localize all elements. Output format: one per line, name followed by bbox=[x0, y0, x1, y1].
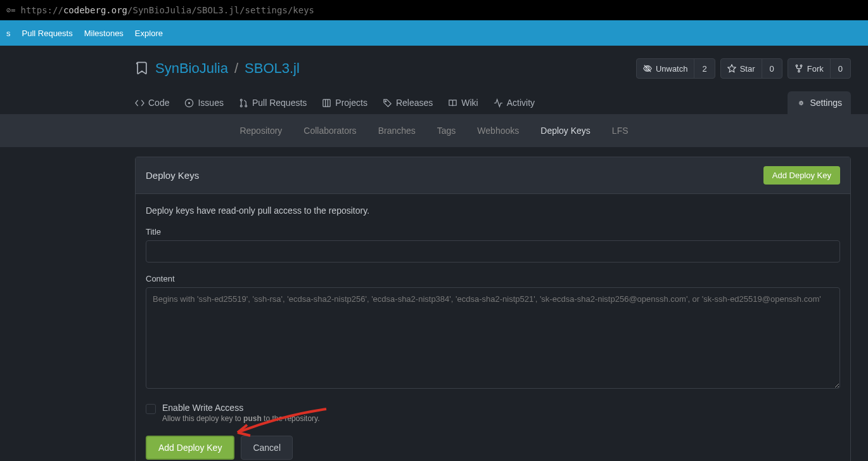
panel-description: Deploy keys have read-only pull access t… bbox=[146, 205, 840, 216]
url-bar: ⊘= https://codeberg.org/SynBioJulia/SBOL… bbox=[0, 0, 868, 20]
nav-pull-requests[interactable]: Pull Requests bbox=[22, 29, 73, 38]
tab-releases[interactable]: Releases bbox=[383, 91, 433, 114]
star-count[interactable]: 0 bbox=[762, 59, 782, 78]
repo-separator: / bbox=[234, 60, 238, 77]
tab-wiki[interactable]: Wiki bbox=[448, 91, 478, 114]
fork-count[interactable]: 0 bbox=[830, 59, 850, 78]
repo-name-link[interactable]: SBOL3.jl bbox=[245, 60, 300, 77]
svg-point-6 bbox=[189, 102, 190, 103]
top-nav: s Pull Requests Milestones Explore bbox=[0, 20, 868, 46]
eye-icon bbox=[643, 64, 652, 73]
book-icon bbox=[448, 98, 457, 108]
sub-tab-repository[interactable]: Repository bbox=[239, 126, 282, 136]
add-deploy-key-button[interactable]: Add Deploy Key bbox=[146, 436, 234, 460]
tab-issues[interactable]: Issues bbox=[184, 91, 223, 114]
panel-header: Deploy Keys Add Deploy Key bbox=[136, 157, 850, 194]
write-access-checkbox[interactable] bbox=[146, 404, 156, 414]
write-access-row: Enable Write Access Allow this deploy ke… bbox=[146, 403, 840, 423]
nav-explore[interactable]: Explore bbox=[135, 29, 163, 38]
watch-count[interactable]: 2 bbox=[694, 59, 714, 78]
repo-actions: Unwatch 2 Star 0 Fork 0 bbox=[636, 58, 851, 79]
add-deploy-key-header-button[interactable]: Add Deploy Key bbox=[763, 166, 840, 185]
code-icon bbox=[135, 98, 144, 108]
repo-header: SynBioJulia / SBOL3.jl Unwatch 2 Star 0 bbox=[0, 46, 868, 114]
deploy-keys-panel: Deploy Keys Add Deploy Key Deploy keys h… bbox=[135, 157, 851, 461]
svg-rect-10 bbox=[323, 99, 330, 106]
svg-point-7 bbox=[240, 99, 242, 101]
title-input[interactable] bbox=[146, 240, 840, 263]
project-icon bbox=[322, 98, 331, 108]
fork-button[interactable]: Fork 0 bbox=[788, 58, 851, 79]
repo-owner-link[interactable]: SynBioJulia bbox=[155, 60, 228, 77]
svg-point-2 bbox=[796, 65, 798, 67]
settings-sub-tabs: Repository Collaborators Branches Tags W… bbox=[0, 114, 868, 147]
tab-pulls[interactable]: Pull Requests bbox=[239, 91, 307, 114]
settings-icon bbox=[796, 98, 806, 108]
svg-point-13 bbox=[385, 100, 386, 101]
repo-tabs: Code Issues Pull Requests Projects Relea… bbox=[135, 91, 851, 114]
tab-projects[interactable]: Projects bbox=[322, 91, 367, 114]
sub-tab-deploy-keys[interactable]: Deploy Keys bbox=[540, 126, 590, 136]
cancel-button[interactable]: Cancel bbox=[241, 436, 293, 460]
tag-icon bbox=[383, 98, 392, 108]
content-label: Content bbox=[146, 274, 840, 283]
title-label: Title bbox=[146, 227, 840, 237]
main-content: Deploy Keys Add Deploy Key Deploy keys h… bbox=[135, 157, 851, 461]
svg-point-8 bbox=[240, 105, 242, 107]
panel-title: Deploy Keys bbox=[146, 170, 199, 181]
star-icon bbox=[727, 64, 736, 73]
fork-icon bbox=[795, 64, 803, 73]
panel-body: Deploy keys have read-only pull access t… bbox=[136, 194, 850, 461]
form-actions: Add Deploy Key Cancel bbox=[146, 436, 840, 460]
unwatch-button[interactable]: Unwatch 2 bbox=[636, 58, 715, 79]
write-access-label[interactable]: Enable Write Access bbox=[162, 403, 320, 413]
svg-point-3 bbox=[800, 65, 802, 67]
tab-activity[interactable]: Activity bbox=[494, 91, 535, 114]
sub-tab-branches[interactable]: Branches bbox=[378, 126, 416, 136]
sub-tab-webhooks[interactable]: Webhooks bbox=[477, 126, 519, 136]
svg-point-9 bbox=[245, 105, 247, 107]
activity-icon bbox=[494, 98, 503, 108]
sub-tab-tags[interactable]: Tags bbox=[437, 126, 456, 136]
sub-tab-collaborators[interactable]: Collaborators bbox=[303, 126, 356, 136]
repo-title: SynBioJulia / SBOL3.jl bbox=[135, 60, 300, 77]
svg-point-4 bbox=[798, 70, 800, 72]
nav-milestones[interactable]: Milestones bbox=[84, 29, 124, 38]
issues-icon bbox=[184, 98, 194, 108]
lock-icon: ⊘= bbox=[6, 6, 15, 15]
sub-tab-lfs[interactable]: LFS bbox=[612, 126, 629, 136]
git-pull-icon bbox=[239, 98, 248, 108]
write-access-help: Allow this deploy key to push to the rep… bbox=[162, 414, 320, 423]
nav-partial: s bbox=[6, 29, 11, 38]
repo-icon bbox=[135, 62, 149, 75]
svg-point-14 bbox=[800, 101, 803, 104]
content-textarea[interactable] bbox=[146, 287, 840, 389]
tab-code[interactable]: Code bbox=[135, 91, 169, 114]
star-button[interactable]: Star 0 bbox=[720, 58, 782, 79]
url-text[interactable]: https://codeberg.org/SynBioJulia/SBOL3.j… bbox=[20, 5, 314, 15]
tab-settings[interactable]: Settings bbox=[788, 91, 851, 114]
